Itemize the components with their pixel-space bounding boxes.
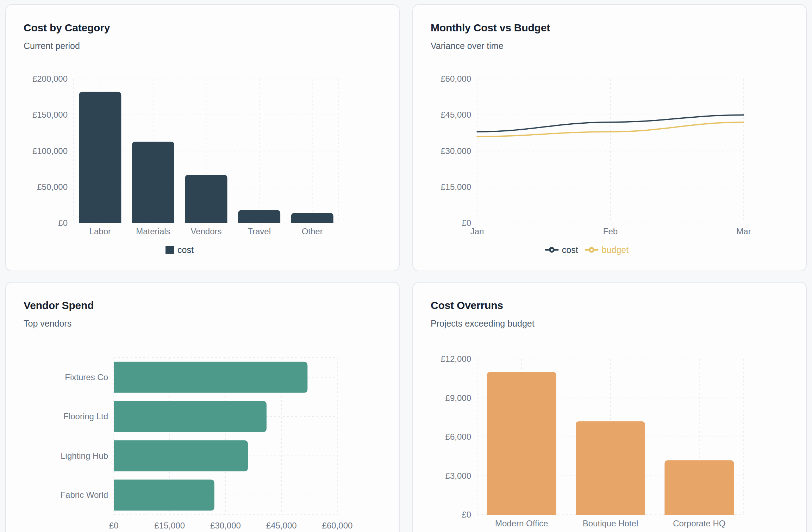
x-axis-tick-label: £60,000 <box>322 521 353 530</box>
legend-square-swatch <box>165 246 174 254</box>
bar-fabric-world <box>114 480 214 511</box>
x-axis-tick-label: Jan <box>470 227 484 236</box>
bar-materials <box>132 142 174 223</box>
x-axis-tick-label: £15,000 <box>154 521 185 530</box>
chart-card-cost-overruns: Cost Overruns Projects exceeding budget … <box>412 282 807 532</box>
bar-modern-office <box>487 372 556 515</box>
legend-line-dot-marker <box>585 246 599 253</box>
y-axis-category-label: Fabric World <box>60 490 108 500</box>
x-axis-category-label: Travel <box>248 227 271 236</box>
x-axis-category-label: Materials <box>136 227 170 236</box>
bar-lighting-hub <box>114 440 248 471</box>
chart-card-cost-by-category: Cost by Category Current period £0£50,00… <box>5 4 400 271</box>
y-axis-tick-label: £50,000 <box>37 182 68 192</box>
legend-label: cost <box>177 246 194 254</box>
x-axis-tick-label: Feb <box>603 227 618 236</box>
legend-item-cost: cost <box>165 246 194 254</box>
x-axis-category-label: Vendors <box>190 227 221 236</box>
charts-dashboard: Cost by Category Current period £0£50,00… <box>5 4 807 532</box>
y-axis-tick-label: £6,000 <box>445 432 471 441</box>
bar-labor <box>79 92 121 223</box>
bar-flooring-ltd <box>114 401 267 432</box>
legend-label: cost <box>562 246 578 254</box>
bar-travel <box>238 210 280 223</box>
y-axis-tick-label: £45,000 <box>441 110 471 119</box>
chart-card-vendor-spend: Vendor Spend Top vendors £0£15,000£30,00… <box>5 282 400 532</box>
card-subtitle: Variance over time <box>431 41 504 51</box>
chart-card-monthly-cost-vs-budget: Monthly Cost vs Budget Variance over tim… <box>412 4 807 271</box>
bar-fixtures-co <box>114 362 307 393</box>
x-axis-category-label: Other <box>302 227 323 236</box>
y-axis-tick-label: £12,000 <box>441 354 471 364</box>
card-subtitle: Top vendors <box>24 318 71 329</box>
x-axis-category-label: Modern Office <box>495 519 548 528</box>
x-axis-category-label: Corporate HQ <box>673 519 725 528</box>
x-axis-tick-label: £30,000 <box>210 521 241 530</box>
y-axis-tick-label: £200,000 <box>32 74 68 83</box>
bar-vendors <box>185 175 227 223</box>
card-title: Monthly Cost vs Budget <box>431 22 550 34</box>
card-title: Cost Overruns <box>431 299 503 311</box>
card-title: Cost by Category <box>24 22 110 34</box>
x-axis-tick-label: £0 <box>109 521 119 530</box>
card-title: Vendor Spend <box>24 299 94 311</box>
y-axis-category-label: Flooring Ltd <box>63 412 108 421</box>
y-axis-category-label: Fixtures Co <box>65 372 108 382</box>
legend-item-budget: budget <box>585 246 629 254</box>
y-axis-tick-label: £9,000 <box>445 393 471 403</box>
x-axis-category-label: Boutique Hotel <box>583 519 638 528</box>
y-axis-tick-label: £150,000 <box>32 110 68 119</box>
chart-legend: cost <box>6 243 353 256</box>
y-axis-tick-label: £15,000 <box>441 182 471 192</box>
y-axis-tick-label: £60,000 <box>441 74 471 83</box>
y-axis-tick-label: £0 <box>462 510 471 519</box>
y-axis-tick-label: £0 <box>58 218 68 228</box>
bar-other <box>291 213 333 223</box>
legend-item-cost: cost <box>545 246 578 254</box>
chart-legend: costbudget <box>413 243 760 256</box>
y-axis-tick-label: £30,000 <box>441 146 471 156</box>
y-axis-tick-label: £0 <box>462 218 471 228</box>
x-axis-category-label: Labor <box>89 227 111 236</box>
bar-boutique-hotel <box>576 421 645 515</box>
x-axis-tick-label: £45,000 <box>266 521 297 530</box>
y-axis-tick-label: £3,000 <box>445 471 471 481</box>
legend-line-dot-marker <box>545 246 559 253</box>
card-subtitle: Current period <box>24 41 80 51</box>
x-axis-tick-label: Mar <box>736 227 751 236</box>
bar-corporate-hq <box>664 460 734 515</box>
legend-label: budget <box>602 246 629 254</box>
y-axis-tick-label: £100,000 <box>32 146 68 156</box>
y-axis-category-label: Lighting Hub <box>61 451 108 460</box>
card-subtitle: Projects exceeding budget <box>431 318 535 329</box>
